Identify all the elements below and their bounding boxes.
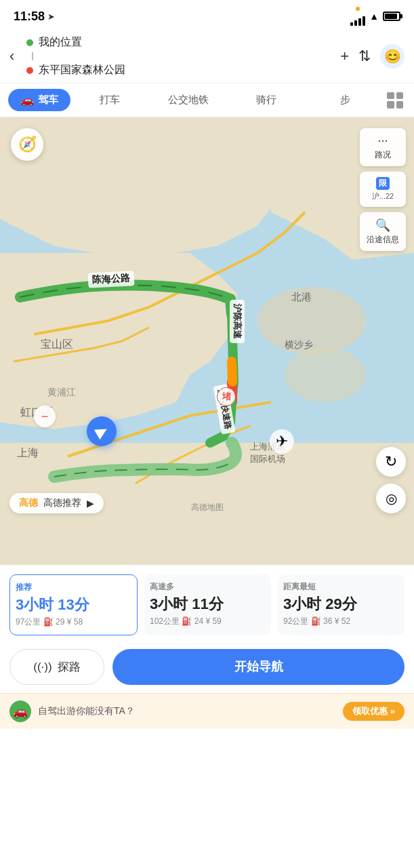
adjust-route-button[interactable]: ⇅ bbox=[358, 47, 371, 65]
tab-more-button[interactable] bbox=[384, 90, 406, 111]
svg-text:北港: 北港 bbox=[291, 291, 312, 302]
route-card-highway[interactable]: 高速多 3小时 11分 102公里 ⛽ 24 ¥ 59 bbox=[144, 574, 271, 635]
destination-text[interactable]: 东平国家森林公园 bbox=[39, 63, 125, 77]
origin-text[interactable]: 我的位置 bbox=[39, 35, 82, 50]
location-button[interactable]: ◎ bbox=[376, 484, 406, 513]
svg-text:横沙乡: 横沙乡 bbox=[285, 339, 313, 350]
tab-transit[interactable]: 公交地铁 bbox=[149, 89, 228, 111]
refresh-button[interactable]: ↻ bbox=[376, 447, 406, 477]
compass-button[interactable]: 🧭 bbox=[11, 128, 43, 161]
route-card-recommended-label: 推荐 bbox=[16, 582, 131, 593]
start-navigation-button[interactable]: 开始导航 bbox=[112, 649, 405, 685]
search-along-route-icon: 🔍 bbox=[367, 218, 399, 233]
explore-button[interactable]: ((·)) 探路 bbox=[9, 649, 104, 685]
transport-tabs: 🚗 驾车 打车 公交地铁 骑行 步 bbox=[0, 83, 414, 117]
tab-walking[interactable]: 步 bbox=[306, 89, 384, 111]
toll-icon-highway: ⛽ bbox=[182, 616, 192, 626]
route-card-shortest[interactable]: 距离最短 3小时 29分 92公里 ⛽ 36 ¥ 52 bbox=[278, 574, 405, 635]
along-route-button[interactable]: 🔍 沿途信息 bbox=[360, 212, 406, 251]
status-bar: 11:58 ➤ ▲ bbox=[0, 0, 414, 30]
bottom-banner: 🚗 自驾出游你能没有TA？ 领取优惠 » bbox=[0, 693, 414, 729]
banner-text: 自驾出游你能没有TA？ bbox=[38, 705, 336, 717]
route-card-recommended-time: 3小时 13分 bbox=[16, 596, 131, 614]
tab-taxi[interactable]: 打车 bbox=[70, 89, 149, 111]
explore-label: 探路 bbox=[58, 659, 81, 675]
location-arrow-icon: ➤ bbox=[47, 12, 55, 22]
status-time: 11:58 bbox=[14, 9, 45, 24]
route-cards-row: 推荐 3小时 13分 97公里 ⛽ 29 ¥ 58 高速多 3小时 11分 10… bbox=[9, 574, 405, 635]
refresh-icon: ↻ bbox=[385, 453, 397, 471]
explore-radio-icon: ((·)) bbox=[33, 660, 51, 674]
battery-icon bbox=[383, 12, 400, 21]
svg-point-2 bbox=[285, 348, 366, 402]
traffic-label: 路况 bbox=[367, 149, 399, 161]
signal-dot bbox=[356, 7, 360, 11]
tab-cycling[interactable]: 骑行 bbox=[228, 89, 306, 111]
gaode-recommend-badge[interactable]: 高德 高德推荐 ▶ bbox=[9, 493, 104, 513]
destination-row: 东平国家森林公园 bbox=[26, 63, 333, 77]
along-route-label: 沿途信息 bbox=[367, 234, 399, 245]
location-icon: ◎ bbox=[386, 490, 397, 507]
banner-icon: 🚗 bbox=[9, 701, 31, 722]
origin-dot-icon bbox=[26, 39, 33, 46]
avatar-icon: 😊 bbox=[384, 48, 401, 64]
route-inputs: 我的位置 东平国家森林公园 bbox=[26, 35, 333, 77]
tab-driving-label: 驾车 bbox=[38, 94, 58, 106]
wifi-icon: ▲ bbox=[369, 11, 379, 22]
toll-icon-shortest: ⛽ bbox=[311, 616, 321, 626]
gaode-map-watermark: 高德地图 bbox=[191, 502, 224, 513]
destination-dot-icon bbox=[26, 67, 33, 74]
avatar-button[interactable]: 😊 bbox=[380, 44, 405, 68]
route-card-shortest-label: 距离最短 bbox=[283, 581, 399, 593]
route-divider bbox=[32, 52, 33, 60]
road-label-chenhai: 陈海公路 bbox=[87, 271, 134, 288]
svg-text:上海: 上海 bbox=[17, 447, 39, 458]
compass-icon: 🧭 bbox=[18, 136, 37, 153]
route-cards: 推荐 3小时 13分 97公里 ⛽ 29 ¥ 58 高速多 3小时 11分 10… bbox=[0, 565, 414, 642]
search-header: ‹ 我的位置 东平国家森林公园 + ⇅ 😊 bbox=[0, 30, 414, 83]
map-area[interactable]: 宝山区 虹口区 上海 黄浦江 北港 横沙乡 上海浦东 国际机场 陈海公路 沪陈高… bbox=[0, 117, 414, 565]
map-right-panel: ··· 路况 限 沪...22 🔍 沿途信息 bbox=[360, 128, 406, 251]
road-label-huchen: 沪陈高速 bbox=[230, 300, 245, 343]
route-card-shortest-details: 92公里 ⛽ 36 ¥ 52 bbox=[283, 616, 399, 627]
route-card-shortest-time: 3小时 29分 bbox=[283, 595, 399, 613]
tab-driving[interactable]: 🚗 驾车 bbox=[8, 89, 70, 111]
route-card-recommended-details: 97公里 ⛽ 29 ¥ 58 bbox=[16, 616, 131, 628]
congestion-marker: 堵 bbox=[217, 387, 236, 406]
route-card-highway-details: 102公里 ⛽ 24 ¥ 59 bbox=[150, 616, 266, 627]
limit-text: 沪...22 bbox=[367, 191, 399, 201]
recommend-arrow-icon: ▶ bbox=[87, 498, 94, 509]
back-button[interactable]: ‹ bbox=[9, 45, 20, 68]
banner-button[interactable]: 领取优惠 » bbox=[343, 702, 405, 721]
route-card-recommended[interactable]: 推荐 3小时 13分 97公里 ⛽ 29 ¥ 58 bbox=[9, 574, 138, 635]
header-actions: + ⇅ 😊 bbox=[340, 44, 405, 68]
airport-icon: ✈ bbox=[270, 429, 294, 454]
speed-limit-button[interactable]: 限 沪...22 bbox=[360, 172, 406, 207]
signal-bars bbox=[350, 16, 365, 26]
gaode-logo: 高德 bbox=[19, 497, 38, 509]
origin-row: 我的位置 bbox=[26, 35, 333, 50]
svg-text:黄浦江: 黄浦江 bbox=[47, 387, 76, 397]
route-card-highway-time: 3小时 11分 bbox=[150, 595, 266, 613]
traffic-button[interactable]: ··· 路况 bbox=[360, 128, 406, 166]
action-row: ((·)) 探路 开始导航 bbox=[0, 642, 414, 693]
car-icon: 🚗 bbox=[20, 94, 34, 106]
status-icons: ▲ bbox=[350, 7, 400, 26]
recommend-label: 高德推荐 bbox=[43, 497, 81, 509]
limit-badge: 限 bbox=[376, 177, 390, 190]
svg-text:宝山区: 宝山区 bbox=[41, 338, 73, 350]
svg-text:国际机场: 国际机场 bbox=[250, 454, 285, 464]
route-card-highway-label: 高速多 bbox=[150, 581, 266, 593]
traffic-dots-icon: ··· bbox=[367, 134, 399, 148]
no-entry-icon: − bbox=[34, 406, 56, 427]
add-waypoint-button[interactable]: + bbox=[340, 47, 349, 65]
toll-icon-recommended: ⛽ bbox=[43, 617, 54, 627]
